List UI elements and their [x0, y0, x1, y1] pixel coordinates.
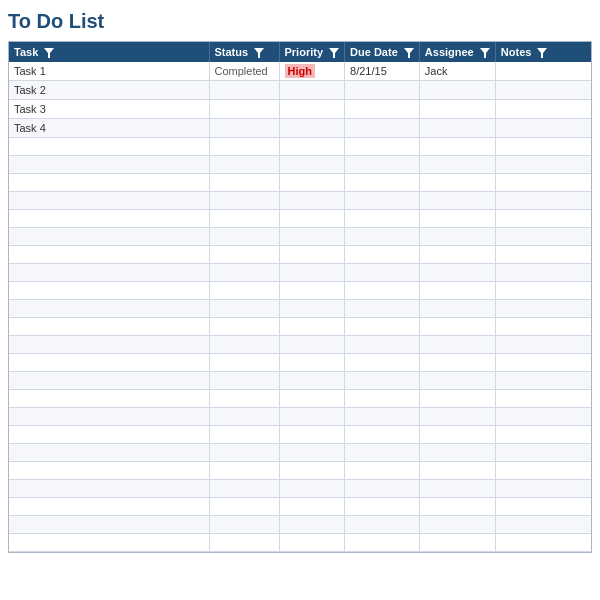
cell-duedate[interactable] — [345, 246, 420, 264]
cell-notes[interactable] — [495, 282, 591, 300]
col-header-assignee[interactable]: Assignee — [419, 42, 495, 62]
table-row[interactable] — [9, 192, 591, 210]
cell-priority[interactable] — [279, 119, 345, 138]
cell-assignee[interactable] — [419, 210, 495, 228]
cell-duedate[interactable] — [345, 300, 420, 318]
cell-status[interactable] — [209, 534, 279, 552]
cell-duedate[interactable] — [345, 390, 420, 408]
cell-status[interactable] — [209, 390, 279, 408]
cell-priority[interactable] — [279, 100, 345, 119]
cell-task[interactable] — [9, 228, 209, 246]
filter-icon-assignee[interactable] — [480, 48, 490, 58]
cell-priority[interactable] — [279, 516, 345, 534]
cell-task[interactable] — [9, 354, 209, 372]
cell-task[interactable] — [9, 516, 209, 534]
cell-task[interactable]: Task 1 — [9, 62, 209, 81]
cell-assignee[interactable] — [419, 426, 495, 444]
cell-duedate[interactable] — [345, 119, 420, 138]
filter-icon-priority[interactable] — [329, 48, 339, 58]
cell-priority[interactable] — [279, 318, 345, 336]
cell-task[interactable]: Task 2 — [9, 81, 209, 100]
cell-status[interactable] — [209, 210, 279, 228]
filter-icon-duedate[interactable] — [404, 48, 414, 58]
cell-priority[interactable] — [279, 498, 345, 516]
cell-notes[interactable] — [495, 119, 591, 138]
cell-notes[interactable] — [495, 426, 591, 444]
cell-duedate[interactable] — [345, 408, 420, 426]
cell-status[interactable] — [209, 264, 279, 282]
table-row[interactable] — [9, 444, 591, 462]
cell-status[interactable] — [209, 498, 279, 516]
cell-duedate[interactable] — [345, 516, 420, 534]
cell-assignee[interactable] — [419, 480, 495, 498]
cell-task[interactable]: Task 4 — [9, 119, 209, 138]
cell-priority[interactable] — [279, 282, 345, 300]
cell-duedate[interactable] — [345, 372, 420, 390]
cell-notes[interactable] — [495, 62, 591, 81]
cell-status[interactable] — [209, 318, 279, 336]
cell-task[interactable] — [9, 336, 209, 354]
cell-priority[interactable] — [279, 408, 345, 426]
cell-priority[interactable] — [279, 138, 345, 156]
cell-task[interactable] — [9, 534, 209, 552]
cell-duedate[interactable] — [345, 81, 420, 100]
table-row[interactable] — [9, 264, 591, 282]
cell-notes[interactable] — [495, 100, 591, 119]
cell-status[interactable] — [209, 192, 279, 210]
cell-assignee[interactable] — [419, 372, 495, 390]
cell-notes[interactable] — [495, 462, 591, 480]
cell-duedate[interactable]: 8/21/15 — [345, 62, 420, 81]
cell-assignee[interactable] — [419, 516, 495, 534]
cell-notes[interactable] — [495, 210, 591, 228]
cell-task[interactable] — [9, 426, 209, 444]
cell-notes[interactable] — [495, 228, 591, 246]
cell-assignee[interactable] — [419, 534, 495, 552]
table-row[interactable] — [9, 480, 591, 498]
cell-notes[interactable] — [495, 390, 591, 408]
table-row[interactable] — [9, 426, 591, 444]
cell-task[interactable] — [9, 408, 209, 426]
cell-task[interactable] — [9, 462, 209, 480]
col-header-priority[interactable]: Priority — [279, 42, 345, 62]
cell-assignee[interactable] — [419, 318, 495, 336]
cell-notes[interactable] — [495, 192, 591, 210]
cell-priority[interactable] — [279, 534, 345, 552]
cell-task[interactable] — [9, 192, 209, 210]
cell-status[interactable] — [209, 462, 279, 480]
col-header-status[interactable]: Status — [209, 42, 279, 62]
cell-task[interactable] — [9, 372, 209, 390]
cell-priority[interactable] — [279, 156, 345, 174]
cell-duedate[interactable] — [345, 282, 420, 300]
cell-task[interactable] — [9, 444, 209, 462]
cell-duedate[interactable] — [345, 498, 420, 516]
table-row[interactable] — [9, 210, 591, 228]
cell-notes[interactable] — [495, 300, 591, 318]
cell-notes[interactable] — [495, 156, 591, 174]
cell-task[interactable] — [9, 282, 209, 300]
cell-status[interactable] — [209, 300, 279, 318]
cell-notes[interactable] — [495, 408, 591, 426]
cell-priority[interactable] — [279, 192, 345, 210]
cell-status[interactable] — [209, 228, 279, 246]
cell-priority[interactable] — [279, 246, 345, 264]
table-row[interactable]: Task 1CompletedHigh8/21/15Jack — [9, 62, 591, 81]
filter-icon-notes[interactable] — [537, 48, 547, 58]
cell-duedate[interactable] — [345, 156, 420, 174]
cell-duedate[interactable] — [345, 264, 420, 282]
cell-priority[interactable] — [279, 336, 345, 354]
cell-priority[interactable] — [279, 174, 345, 192]
cell-priority[interactable] — [279, 426, 345, 444]
cell-task[interactable] — [9, 174, 209, 192]
table-row[interactable]: Task 2 — [9, 81, 591, 100]
table-row[interactable] — [9, 156, 591, 174]
cell-status[interactable] — [209, 336, 279, 354]
table-row[interactable] — [9, 408, 591, 426]
cell-status[interactable] — [209, 354, 279, 372]
cell-status[interactable] — [209, 138, 279, 156]
cell-priority[interactable] — [279, 372, 345, 390]
cell-duedate[interactable] — [345, 174, 420, 192]
table-row[interactable] — [9, 498, 591, 516]
cell-priority[interactable] — [279, 444, 345, 462]
cell-assignee[interactable] — [419, 498, 495, 516]
cell-duedate[interactable] — [345, 534, 420, 552]
